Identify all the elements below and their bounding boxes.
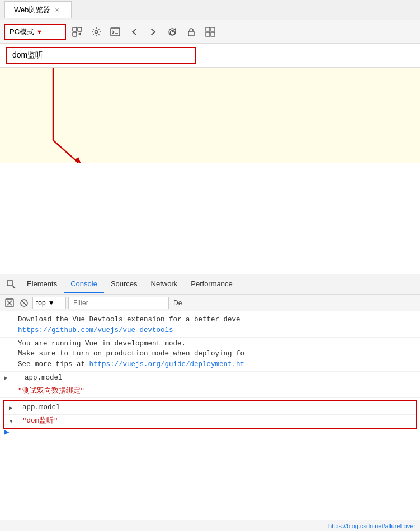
line-text: app.model: [22, 404, 60, 411]
block-icon: [20, 298, 29, 307]
refresh-button[interactable]: [164, 24, 180, 40]
block-button[interactable]: [18, 297, 30, 309]
svg-point-3: [95, 30, 98, 33]
status-url: https://blog.csdn.net/allureLover: [328, 523, 416, 529]
svg-line-15: [13, 286, 15, 288]
svg-rect-1: [78, 27, 82, 31]
tab-elements[interactable]: Elements: [20, 276, 64, 293]
back-icon: [129, 27, 139, 37]
console-prompt-line: ▶: [0, 432, 420, 434]
console-line-highlighted: "dom监听": [4, 415, 416, 428]
console-line: Download the Vue Devtools extension for …: [0, 314, 420, 338]
svg-marker-13: [74, 157, 81, 163]
tab-network[interactable]: Network: [144, 276, 185, 293]
svg-rect-0: [73, 27, 77, 31]
vue-devtools-link[interactable]: https://github.com/vuejs/vue-devtools: [18, 326, 173, 334]
tab-elements-label: Elements: [27, 279, 57, 288]
console-line: You are running Vue in development mode.…: [0, 338, 420, 372]
tab-label: Web浏览器: [14, 5, 51, 15]
context-dropdown-icon: ▼: [48, 299, 55, 307]
back-button[interactable]: [126, 24, 142, 40]
svg-line-12: [53, 140, 78, 163]
inspector-icon-button[interactable]: [2, 276, 20, 293]
de-label: De: [171, 299, 184, 307]
tab-sources-label: Sources: [111, 279, 138, 288]
context-select[interactable]: top ▼: [32, 297, 66, 309]
address-bar: dom监听: [0, 44, 420, 68]
svg-rect-8: [211, 27, 215, 31]
svg-rect-10: [211, 32, 215, 36]
gear-icon: [91, 27, 101, 37]
mode-label: PC模式: [10, 27, 34, 37]
vuejs-link[interactable]: https://vuejs.org/guide/deployment.ht: [89, 361, 245, 368]
console-output: Download the Vue Devtools extension for …: [0, 311, 420, 520]
browser-tab[interactable]: Web浏览器 ×: [4, 1, 72, 18]
svg-rect-9: [206, 32, 210, 36]
browser-content: [0, 68, 420, 163]
clear-console-button[interactable]: [3, 297, 16, 309]
highlighted-block: app.model "dom监听": [3, 400, 417, 429]
tab-console-label: Console: [70, 279, 97, 288]
terminal-icon: [110, 27, 120, 37]
svg-line-20: [21, 300, 27, 306]
lock-button[interactable]: [183, 24, 199, 40]
inspector-icon: [7, 280, 16, 289]
line-text: You are running Vue in development mode.…: [18, 340, 244, 369]
mode-dropdown-arrow: ▼: [36, 29, 43, 35]
line-text: "dom监听": [22, 417, 58, 425]
lock-icon: [186, 27, 196, 37]
mode-select[interactable]: PC模式 ▼: [4, 24, 66, 40]
red-arrow-annotation: [0, 68, 420, 163]
line-text: Download the Vue Devtools extension for …: [18, 316, 240, 334]
console-line[interactable]: app.model: [0, 372, 420, 385]
tab-network-label: Network: [151, 279, 178, 288]
forward-button[interactable]: [145, 24, 161, 40]
console-toolbar: top ▼ De: [0, 295, 420, 311]
grid-button[interactable]: [202, 24, 218, 40]
settings-button[interactable]: [88, 24, 104, 40]
grid-icon: [205, 27, 215, 37]
clear-icon: [5, 298, 14, 307]
console-line: "测试双向数据绑定": [0, 385, 420, 399]
status-bar: https://blog.csdn.net/allureLover: [0, 520, 420, 531]
prompt-symbol: ▶: [4, 426, 9, 438]
tab-sources[interactable]: Sources: [104, 276, 144, 293]
browser-toolbar: PC模式 ▼: [0, 20, 420, 44]
devtools-tab-bar: Elements Console Sources Network Perform…: [0, 274, 420, 295]
console-line-highlighted[interactable]: app.model: [4, 401, 416, 415]
console-button[interactable]: [107, 24, 123, 40]
devtools-panel: Elements Console Sources Network Perform…: [0, 274, 420, 531]
tab-performance-label: Performance: [191, 279, 232, 288]
back-page-icon: [72, 27, 82, 37]
back-page-button[interactable]: [69, 24, 85, 40]
svg-rect-7: [206, 27, 210, 31]
context-label: top: [36, 299, 46, 307]
filter-input[interactable]: [68, 297, 169, 309]
svg-rect-2: [73, 32, 77, 36]
tab-performance[interactable]: Performance: [184, 276, 239, 293]
line-text: "测试双向数据绑定": [18, 387, 84, 395]
tab-close-button[interactable]: ×: [55, 6, 59, 14]
refresh-icon: [167, 27, 177, 37]
title-bar: Web浏览器 ×: [0, 0, 420, 20]
svg-rect-14: [7, 281, 12, 286]
forward-icon: [148, 27, 158, 37]
address-input[interactable]: dom监听: [6, 47, 196, 64]
svg-rect-4: [111, 28, 120, 36]
tab-console[interactable]: Console: [64, 276, 104, 293]
line-text: app.model: [25, 374, 63, 382]
svg-rect-6: [188, 31, 194, 36]
